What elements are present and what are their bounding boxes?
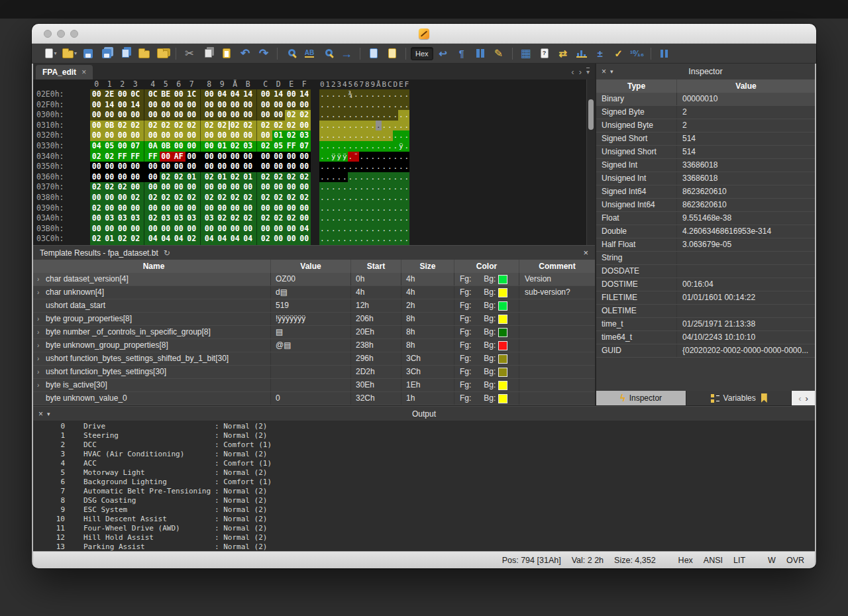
ascii-char[interactable]: . — [325, 152, 331, 162]
ascii-char[interactable]: . — [376, 172, 382, 183]
inspector-row[interactable]: Float9.551468e-38 — [596, 212, 815, 225]
tab-fpa-edit[interactable]: FPA_edit × — [36, 65, 93, 79]
copy-button[interactable] — [199, 45, 217, 62]
ascii-char[interactable]: . — [393, 193, 399, 203]
hex-byte[interactable]: 00 — [90, 193, 103, 203]
hex-byte[interactable]: 01 — [272, 130, 286, 141]
ascii-char[interactable]: . — [331, 224, 337, 234]
col-header-value[interactable]: Value — [271, 260, 351, 273]
hex-byte[interactable]: 00 — [90, 121, 103, 131]
ascii-char[interactable]: . — [376, 234, 382, 244]
ascii-char[interactable]: . — [393, 121, 399, 131]
ascii-char[interactable]: . — [331, 110, 337, 121]
ascii-char[interactable]: . — [370, 110, 376, 121]
hex-byte[interactable]: 00 — [103, 224, 117, 234]
hex-byte[interactable]: 02 — [198, 193, 216, 203]
ascii-char[interactable]: . — [337, 141, 343, 152]
ascii-char[interactable]: . — [404, 100, 410, 111]
ascii-char[interactable]: . — [387, 193, 393, 203]
status-lit[interactable]: LIT — [733, 556, 745, 565]
ascii-char[interactable]: . — [348, 130, 354, 141]
ascii-char[interactable]: . — [364, 213, 370, 224]
hex-byte[interactable]: 00 — [129, 224, 142, 234]
ascii-char[interactable]: . — [359, 130, 365, 141]
ascii-char[interactable]: . — [387, 162, 393, 172]
ascii-char[interactable]: . — [376, 203, 382, 214]
hex-byte[interactable]: 00 — [103, 203, 117, 214]
ascii-char[interactable]: . — [376, 193, 382, 203]
hex-byte[interactable]: 02 — [242, 193, 255, 203]
ascii-char[interactable]: . — [348, 152, 354, 162]
hex-byte[interactable]: 00 — [272, 234, 286, 244]
hex-byte[interactable]: 04 — [242, 234, 255, 244]
hex-byte[interactable]: 02 — [229, 121, 242, 131]
ascii-char[interactable]: . — [353, 213, 359, 224]
hex-byte[interactable]: 02 — [229, 172, 242, 183]
hex-byte[interactable]: 00 — [242, 130, 255, 141]
ascii-char[interactable]: . — [382, 141, 388, 152]
hex-byte[interactable]: 00 — [186, 141, 199, 152]
ascii-char[interactable]: . — [376, 130, 382, 141]
hex-byte[interactable]: 00 — [198, 141, 216, 152]
ascii-char[interactable]: . — [382, 121, 388, 131]
ascii-char[interactable]: . — [337, 224, 343, 234]
ascii-char[interactable]: . — [337, 213, 343, 224]
ascii-char[interactable]: . — [404, 172, 410, 183]
hex-byte[interactable]: 04 — [90, 141, 103, 152]
hex-byte[interactable]: 00 — [129, 182, 142, 193]
ascii-char[interactable]: . — [319, 172, 325, 183]
hex-scrollbar-thumb[interactable] — [588, 99, 594, 130]
hex-byte[interactable]: 00 — [229, 224, 242, 234]
hex-byte[interactable]: 02 — [254, 141, 272, 152]
hex-byte[interactable]: 00 — [242, 152, 255, 162]
hex-byte[interactable]: 2E — [103, 89, 117, 100]
hex-byte[interactable]: 00 — [90, 110, 103, 121]
hex-byte[interactable]: 04 — [229, 234, 242, 244]
hex-byte[interactable]: 02 — [198, 172, 216, 183]
ascii-char[interactable]: . — [342, 141, 348, 152]
ascii-char[interactable]: . — [364, 130, 370, 141]
pause-button[interactable] — [656, 45, 673, 62]
hex-byte[interactable]: 00 — [90, 162, 103, 172]
col-header-type[interactable]: Type — [596, 79, 677, 93]
hex-byte[interactable]: 00 — [242, 100, 255, 111]
inspector-row[interactable]: time_t01/25/1971 21:13:38 — [596, 318, 815, 331]
ascii-char[interactable]: . — [387, 203, 393, 214]
inspector-row[interactable]: DOSDATE — [596, 265, 815, 278]
hex-byte[interactable]: 00 — [285, 203, 298, 214]
ascii-char[interactable]: . — [348, 182, 354, 193]
hex-byte[interactable]: 00 — [172, 182, 186, 193]
hex-byte[interactable]: 02 — [285, 213, 298, 224]
hex-byte[interactable]: 00 — [90, 130, 103, 141]
ascii-char[interactable]: . — [376, 121, 382, 131]
ascii-char[interactable]: . — [387, 110, 393, 121]
hex-byte[interactable]: 02 — [90, 234, 103, 244]
ascii-char[interactable]: . — [325, 203, 331, 214]
prev-panel-button[interactable]: ‹ — [798, 393, 801, 403]
hex-byte[interactable]: 00 — [116, 110, 129, 121]
inspector-row[interactable]: GUID{02020202-0002-0000-0000-0000... — [596, 344, 815, 358]
ascii-char[interactable]: . — [359, 141, 365, 152]
redo-button[interactable]: ↷ — [255, 45, 272, 62]
hex-byte[interactable]: 00 — [298, 182, 311, 193]
save-button[interactable] — [80, 45, 97, 62]
undo-button[interactable]: ↶ — [237, 45, 254, 62]
status-ansi[interactable]: ANSI — [704, 556, 723, 565]
hex-byte[interactable]: 01 — [186, 172, 199, 183]
import-files-button[interactable] — [154, 45, 171, 62]
ascii-char[interactable]: . — [404, 203, 410, 214]
hex-byte[interactable]: 04 — [160, 234, 173, 244]
hex-byte[interactable]: 00 — [142, 100, 160, 111]
hex-byte[interactable]: 00 — [285, 89, 298, 100]
ascii-char[interactable]: . — [398, 213, 404, 224]
hex-byte[interactable]: 02 — [142, 193, 160, 203]
inspector-row[interactable]: Half Float3.063679e-05 — [596, 238, 815, 252]
calculator-button[interactable]: ▦ — [517, 45, 535, 62]
hex-byte[interactable]: 02 — [103, 152, 117, 162]
ascii-char[interactable]: . — [370, 182, 376, 193]
hex-byte[interactable]: 02 — [285, 193, 298, 203]
hex-byte[interactable]: 02 — [160, 193, 173, 203]
ascii-char[interactable]: . — [370, 162, 376, 172]
ascii-char[interactable]: . — [398, 224, 404, 234]
ascii-char[interactable]: . — [404, 89, 410, 100]
